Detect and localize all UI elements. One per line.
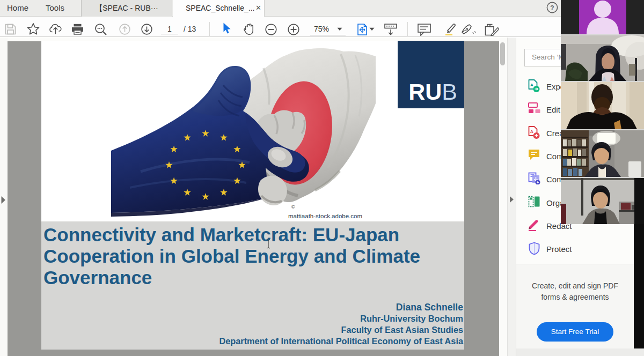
svg-text:A: A	[530, 83, 533, 87]
svg-text:A: A	[530, 129, 533, 134]
svg-text:?: ?	[550, 4, 554, 12]
